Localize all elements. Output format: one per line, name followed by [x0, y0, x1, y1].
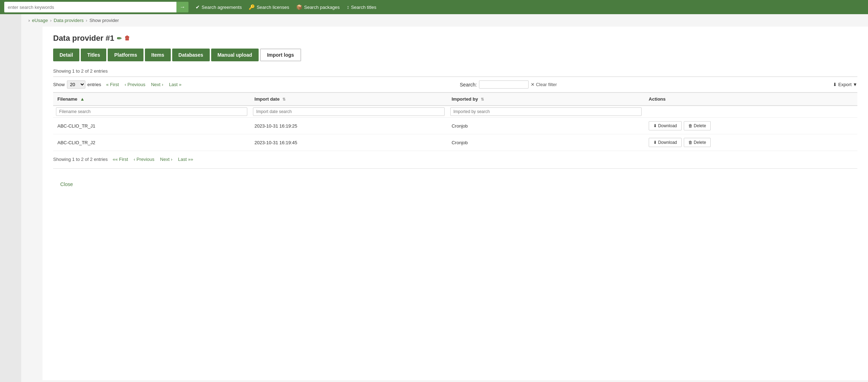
main-content: Data provider #1 ✏ 🗑 Detail Titles Platf…: [43, 27, 868, 380]
next-page-btn-bottom[interactable]: Next ›: [158, 156, 175, 163]
check-icon: ✔: [196, 4, 200, 10]
table-search-row: [53, 106, 857, 118]
breadcrumb-eusage[interactable]: eUsage: [32, 18, 48, 23]
tab-databases[interactable]: Databases: [172, 49, 210, 61]
close-link[interactable]: Close: [60, 181, 73, 187]
package-icon: 📦: [296, 4, 302, 10]
tab-detail[interactable]: Detail: [53, 49, 79, 61]
sort-icon: ↕: [347, 4, 349, 10]
row2-delete-btn[interactable]: 🗑 Delete: [684, 138, 711, 147]
nav-search-agreements-label: Search agreements: [202, 5, 242, 10]
tab-manual-upload[interactable]: Manual upload: [211, 49, 259, 61]
col-imported-by[interactable]: Imported by ⇅: [447, 92, 644, 106]
prev-page-btn-top[interactable]: ‹ Previous: [123, 81, 148, 88]
nav-search-licenses[interactable]: 🔑 Search licenses: [249, 4, 289, 10]
tab-platforms[interactable]: Platforms: [108, 49, 143, 61]
breadcrumb-current: Show provider: [89, 18, 119, 23]
row1-actions: ⬇ Download 🗑 Delete: [644, 118, 857, 134]
breadcrumb: › eUsage › Data providers › Show provide…: [21, 14, 868, 27]
top-bar: → ✔ Search agreements 🔑 Search licenses …: [0, 0, 868, 14]
data-table: Filename ▲ Import date ⇅ Imported by ⇅: [53, 92, 857, 151]
tab-items[interactable]: Items: [145, 49, 171, 61]
sort-both-icon-2: ⇅: [481, 97, 484, 101]
row2-actions: ⬇ Download 🗑 Delete: [644, 134, 857, 151]
imported-by-search-cell: [447, 106, 644, 118]
breadcrumb-sep-2: ›: [86, 18, 87, 23]
col-actions-label: Actions: [649, 96, 666, 102]
search-submit-button[interactable]: →: [176, 2, 188, 12]
col-import-date[interactable]: Import date ⇅: [250, 92, 447, 106]
show-entries: Show 20 10 50 100 entries: [53, 80, 101, 89]
top-nav-links: ✔ Search agreements 🔑 Search licenses 📦 …: [196, 4, 376, 10]
first-page-btn-bottom[interactable]: «« First: [111, 156, 130, 163]
last-page-btn-bottom[interactable]: Last »»: [176, 156, 195, 163]
table-row: ABC-CLIO_TR_J1 2023-10-31 16:19:25 Cronj…: [53, 118, 857, 134]
filename-search-cell: [53, 106, 250, 118]
first-page-btn-top[interactable]: « First: [104, 81, 121, 88]
clear-filter-btn[interactable]: ✕ Clear filter: [531, 82, 557, 87]
last-page-btn-top[interactable]: Last »: [167, 81, 184, 88]
table-controls-top: Show 20 10 50 100 entries « First ‹ Prev…: [53, 80, 857, 89]
sort-asc-icon: ▲: [80, 96, 85, 102]
row1-imported-by: Cronjob: [447, 118, 644, 134]
row2-action-btns: ⬇ Download 🗑 Delete: [649, 138, 853, 147]
col-imported-by-label: Imported by: [452, 96, 478, 102]
section-divider: [53, 168, 857, 169]
breadcrumb-data-providers[interactable]: Data providers: [54, 18, 84, 23]
export-btn[interactable]: ⬇ Export ▼: [833, 82, 857, 87]
import-date-search-input[interactable]: [253, 107, 444, 116]
showing-text-top: Showing 1 to 2 of 2 entries: [53, 68, 857, 74]
imported-by-search-input[interactable]: [450, 107, 642, 116]
tab-titles[interactable]: Titles: [81, 49, 106, 61]
next-page-btn-top[interactable]: Next ›: [149, 81, 165, 88]
page-title-text: Data provider #1: [53, 34, 114, 43]
table-search-input[interactable]: [479, 80, 529, 89]
row1-download-btn[interactable]: ⬇ Download: [649, 121, 682, 130]
key-icon: 🔑: [249, 4, 255, 10]
col-actions: Actions: [644, 92, 857, 106]
tab-import-logs[interactable]: Import logs: [260, 49, 301, 61]
nav-search-licenses-label: Search licenses: [257, 5, 289, 10]
col-import-date-label: Import date: [254, 96, 280, 102]
show-label: Show: [53, 82, 65, 87]
layout: › eUsage › Data providers › Show provide…: [0, 14, 868, 382]
row2-download-btn[interactable]: ⬇ Download: [649, 138, 682, 147]
row1-action-btns: ⬇ Download 🗑 Delete: [649, 121, 853, 130]
sort-both-icon-1: ⇅: [282, 97, 286, 101]
bottom-controls: Showing 1 to 2 of 2 entries «« First ‹ P…: [53, 156, 857, 163]
col-filename-label: Filename: [57, 96, 77, 102]
nav-search-packages-label: Search packages: [304, 5, 339, 10]
col-filename[interactable]: Filename ▲: [53, 92, 250, 106]
entries-label: entries: [88, 82, 101, 87]
actions-search-cell: [644, 106, 857, 118]
search-filter: Search: ✕ Clear filter: [460, 80, 557, 89]
row2-imported-by: Cronjob: [447, 134, 644, 151]
breadcrumb-sep-1: ›: [50, 18, 51, 23]
arrow-icon: →: [180, 4, 185, 10]
page-title: Data provider #1 ✏ 🗑: [53, 34, 857, 43]
filename-search-input[interactable]: [56, 107, 247, 116]
delete-icon[interactable]: 🗑: [124, 35, 130, 41]
global-search-input[interactable]: [4, 2, 176, 12]
search-label: Search:: [460, 82, 477, 88]
nav-search-agreements[interactable]: ✔ Search agreements: [196, 4, 242, 10]
nav-search-titles-label: Search titles: [351, 5, 377, 10]
row1-import-date: 2023-10-31 16:19:25: [250, 118, 447, 134]
pagination-top: « First ‹ Previous Next › Last »: [104, 81, 184, 88]
table-header-row: Filename ▲ Import date ⇅ Imported by ⇅: [53, 92, 857, 106]
chevron-right-icon: ›: [28, 18, 30, 23]
nav-search-titles[interactable]: ↕ Search titles: [347, 4, 377, 10]
edit-icon[interactable]: ✏: [117, 35, 122, 42]
row2-filename: ABC-CLIO_TR_J2: [53, 134, 250, 151]
row1-filename: ABC-CLIO_TR_J1: [53, 118, 250, 134]
nav-search-packages[interactable]: 📦 Search packages: [296, 4, 339, 10]
entries-select[interactable]: 20 10 50 100: [67, 80, 85, 89]
row2-import-date: 2023-10-31 16:19:45: [250, 134, 447, 151]
prev-page-btn-bottom[interactable]: ‹ Previous: [131, 156, 157, 163]
sidebar: [0, 14, 21, 382]
row1-delete-btn[interactable]: 🗑 Delete: [684, 121, 711, 130]
tabs: Detail Titles Platforms Items Databases …: [53, 49, 857, 61]
showing-text-bottom: Showing 1 to 2 of 2 entries: [53, 157, 108, 162]
import-date-search-cell: [250, 106, 447, 118]
pagination-bottom: «« First ‹ Previous Next › Last »»: [111, 156, 195, 163]
